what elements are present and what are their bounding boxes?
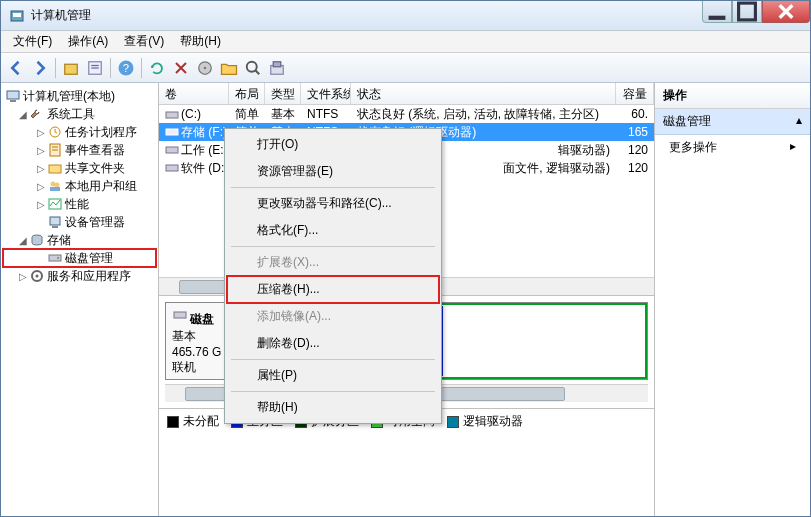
expand-icon[interactable]: ▷ xyxy=(17,271,29,282)
expand-icon[interactable]: ▷ xyxy=(35,127,47,138)
col-status[interactable]: 状态 xyxy=(351,83,616,104)
chevron-up-icon: ▴ xyxy=(796,113,802,130)
tree-eventviewer[interactable]: ▷事件查看器 xyxy=(3,141,156,159)
minimize-button[interactable] xyxy=(702,1,732,23)
properties-button[interactable] xyxy=(84,57,106,79)
up-button[interactable] xyxy=(60,57,82,79)
forward-button[interactable] xyxy=(29,57,51,79)
disk-icon[interactable] xyxy=(194,57,216,79)
actions-diskmgmt[interactable]: 磁盘管理▴ xyxy=(655,109,810,135)
device-icon xyxy=(47,214,63,230)
svg-rect-2 xyxy=(709,16,726,20)
drive-icon xyxy=(165,126,179,138)
svg-point-33 xyxy=(36,275,39,278)
svg-text:?: ? xyxy=(123,61,129,73)
open-folder-icon[interactable] xyxy=(218,57,240,79)
col-capacity[interactable]: 容量 xyxy=(616,83,654,104)
svg-rect-25 xyxy=(50,187,60,191)
col-type[interactable]: 类型 xyxy=(265,83,301,104)
svg-rect-15 xyxy=(273,61,281,66)
computer-icon xyxy=(5,88,21,104)
actions-panel: 操作 磁盘管理▴ 更多操作▸ xyxy=(655,83,810,516)
table-row[interactable]: (C:) 简单 基本 NTFS 状态良好 (系统, 启动, 活动, 故障转储, … xyxy=(159,105,654,123)
svg-point-12 xyxy=(247,61,257,71)
collapse-icon[interactable]: ◢ xyxy=(17,235,29,246)
svg-rect-35 xyxy=(166,129,178,135)
ctx-explorer[interactable]: 资源管理器(E) xyxy=(227,158,439,185)
delete-icon[interactable] xyxy=(170,57,192,79)
tree-diskmgmt[interactable]: 磁盘管理 xyxy=(3,249,156,267)
tree-sharedfolders[interactable]: ▷共享文件夹 xyxy=(3,159,156,177)
svg-rect-16 xyxy=(7,91,19,99)
chevron-right-icon: ▸ xyxy=(790,139,796,156)
tree-storage[interactable]: ◢存储 xyxy=(3,231,156,249)
svg-rect-34 xyxy=(166,112,178,118)
svg-point-11 xyxy=(204,66,207,69)
window-controls xyxy=(702,1,810,23)
ctx-mirror: 添加镜像(A)... xyxy=(227,303,439,330)
svg-rect-37 xyxy=(166,165,178,171)
tree-localusers[interactable]: ▷本地用户和组 xyxy=(3,177,156,195)
svg-rect-1 xyxy=(13,13,21,17)
svg-rect-27 xyxy=(50,217,60,225)
svg-rect-36 xyxy=(166,147,178,153)
disk-icon xyxy=(47,250,63,266)
close-button[interactable] xyxy=(762,1,810,23)
svg-rect-38 xyxy=(174,312,186,318)
drive-icon xyxy=(165,162,179,174)
menu-view[interactable]: 查看(V) xyxy=(116,31,172,52)
expand-icon[interactable]: ▷ xyxy=(35,199,47,210)
drive-icon xyxy=(165,144,179,156)
menubar: 文件(F) 操作(A) 查看(V) 帮助(H) xyxy=(1,31,810,53)
actions-more[interactable]: 更多操作▸ xyxy=(655,135,810,160)
menu-file[interactable]: 文件(F) xyxy=(5,31,60,52)
refresh-button[interactable] xyxy=(146,57,168,79)
collapse-icon[interactable]: ◢ xyxy=(17,109,29,120)
menu-help[interactable]: 帮助(H) xyxy=(172,31,229,52)
help-button[interactable]: ? xyxy=(115,57,137,79)
col-fs[interactable]: 文件系统 xyxy=(301,83,351,104)
ctx-extend: 扩展卷(X)... xyxy=(227,249,439,276)
ctx-shrink[interactable]: 压缩卷(H)... xyxy=(227,276,439,303)
services-icon xyxy=(29,268,45,284)
legend-logical-icon xyxy=(447,416,459,428)
ctx-props[interactable]: 属性(P) xyxy=(227,362,439,389)
app-icon xyxy=(9,8,25,24)
expand-icon[interactable]: ▷ xyxy=(35,163,47,174)
tree-performance[interactable]: ▷性能 xyxy=(3,195,156,213)
expand-icon[interactable]: ▷ xyxy=(35,145,47,156)
menu-action[interactable]: 操作(A) xyxy=(60,31,116,52)
ctx-help[interactable]: 帮助(H) xyxy=(227,394,439,421)
actions-header: 操作 xyxy=(655,83,810,109)
settings-icon[interactable] xyxy=(266,57,288,79)
maximize-button[interactable] xyxy=(732,1,762,23)
svg-rect-22 xyxy=(49,165,61,173)
tree-scheduler[interactable]: ▷任务计划程序 xyxy=(3,123,156,141)
ctx-change-letter[interactable]: 更改驱动器号和路径(C)... xyxy=(227,190,439,217)
svg-line-13 xyxy=(256,70,260,74)
context-menu: 打开(O) 资源管理器(E) 更改驱动器号和路径(C)... 格式化(F)...… xyxy=(224,128,442,424)
tree-system-tools[interactable]: ◢系统工具 xyxy=(3,105,156,123)
event-icon xyxy=(47,142,63,158)
svg-rect-17 xyxy=(10,100,16,102)
ctx-open[interactable]: 打开(O) xyxy=(227,131,439,158)
col-layout[interactable]: 布局 xyxy=(229,83,265,104)
svg-rect-28 xyxy=(52,226,58,228)
back-button[interactable] xyxy=(5,57,27,79)
tree-root[interactable]: 计算机管理(本地) xyxy=(3,87,156,105)
svg-rect-3 xyxy=(739,3,756,20)
tree-devicemgr[interactable]: 设备管理器 xyxy=(3,213,156,231)
tree-services[interactable]: ▷服务和应用程序 xyxy=(3,267,156,285)
find-icon[interactable] xyxy=(242,57,264,79)
disk-icon xyxy=(172,307,188,323)
svg-rect-30 xyxy=(49,255,61,261)
expand-icon[interactable]: ▷ xyxy=(35,181,47,192)
drive-icon xyxy=(165,109,179,121)
svg-point-31 xyxy=(57,257,59,259)
toolbar: ? xyxy=(1,53,810,83)
performance-icon xyxy=(47,196,63,212)
col-volume[interactable]: 卷 xyxy=(159,83,229,104)
ctx-delete[interactable]: 删除卷(D)... xyxy=(227,330,439,357)
tree-panel: 计算机管理(本地) ◢系统工具 ▷任务计划程序 ▷事件查看器 ▷共享文件夹 ▷本… xyxy=(1,83,159,516)
ctx-format[interactable]: 格式化(F)... xyxy=(227,217,439,244)
